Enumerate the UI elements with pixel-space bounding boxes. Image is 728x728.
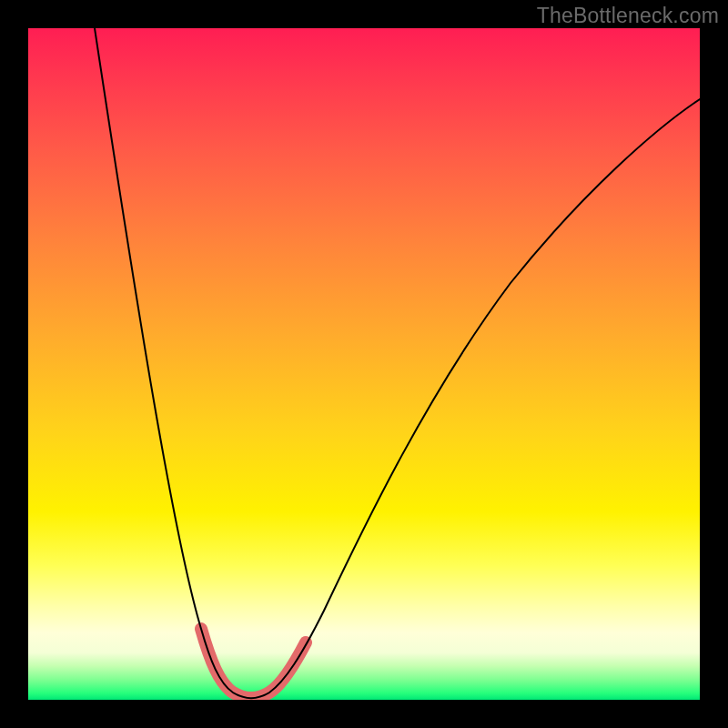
highlight-segment bbox=[201, 629, 306, 698]
chart-frame: TheBottleneck.com bbox=[0, 0, 728, 728]
plot-area bbox=[28, 28, 700, 700]
curve-layer bbox=[28, 28, 700, 700]
watermark-text: TheBottleneck.com bbox=[537, 4, 719, 28]
main-curve bbox=[95, 28, 700, 698]
